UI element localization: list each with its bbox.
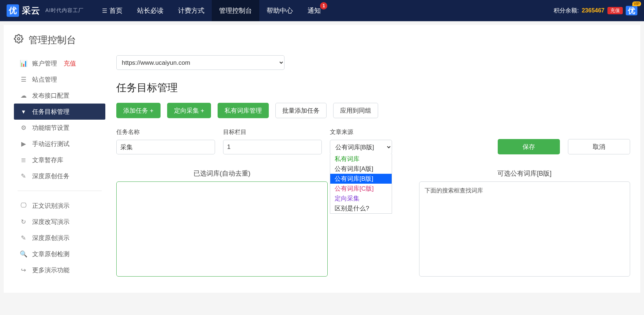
selected-lexicon-column: 已选词库(自动去重) bbox=[116, 169, 328, 277]
add-task-button[interactable]: 添加任务 + bbox=[116, 103, 161, 118]
sidebar-item[interactable]: ▾任务目标管理 bbox=[14, 104, 105, 120]
top-menu: 首页站长必读计费方式管理控制台帮助中心通知1 bbox=[95, 0, 328, 21]
sidebar-item[interactable]: ≣文章暂存库 bbox=[14, 152, 105, 168]
article-source-label: 文章来源 bbox=[330, 128, 392, 136]
available-lexicon-title: 可选公有词库[B版] bbox=[419, 169, 630, 178]
dropdown-option[interactable]: 公有词库[A版] bbox=[330, 164, 392, 174]
sidebar-item-label: 功能细节设置 bbox=[32, 124, 69, 132]
sidebar-item[interactable]: ⚙功能细节设置 bbox=[14, 120, 105, 136]
selected-lexicon-box[interactable] bbox=[116, 181, 328, 277]
sidebar-item[interactable]: 🔍文章原创检测 bbox=[14, 246, 105, 262]
section-title: 任务目标管理 bbox=[116, 81, 630, 95]
vip-icon: 优 bbox=[626, 6, 637, 15]
save-button[interactable]: 保存 bbox=[498, 139, 560, 154]
private-lexicon-button[interactable]: 私有词库管理 bbox=[218, 103, 269, 118]
page: 管理控制台 📊账户管理充值☰站点管理☁发布接口配置▾任务目标管理⚙功能细节设置▶… bbox=[4, 25, 640, 293]
top-menu-item[interactable]: 计费方式 bbox=[171, 0, 212, 21]
sidebar-item-label: 站点管理 bbox=[32, 75, 57, 84]
apply-group-button[interactable]: 应用到同组 bbox=[333, 103, 378, 118]
sidebar-item-label: 更多演示功能 bbox=[32, 266, 69, 274]
page-title: 管理控制台 bbox=[29, 34, 76, 46]
sidebar-item-label: 深度原创任务 bbox=[32, 172, 69, 180]
top-menu-item[interactable]: 管理控制台 bbox=[212, 0, 259, 21]
dropdown-option[interactable]: 公有词库[B版] bbox=[330, 174, 392, 184]
points-value: 2365467 bbox=[582, 7, 605, 14]
list-icon: ☰ bbox=[20, 76, 27, 83]
task-name-field: 任务名称 bbox=[116, 128, 215, 154]
sidebar-item[interactable]: ☰站点管理 bbox=[14, 71, 105, 87]
refresh-icon: ↻ bbox=[20, 218, 27, 226]
top-menu-item[interactable]: 站长必读 bbox=[130, 0, 171, 21]
directed-collect-button[interactable]: 定向采集 + bbox=[167, 103, 211, 118]
site-select-input[interactable]: https://www.ucaiyun.com bbox=[116, 55, 285, 70]
monitor-icon: 🖵 bbox=[20, 202, 27, 209]
sidebar-item-label: 任务目标管理 bbox=[32, 108, 69, 116]
sidebar-item[interactable]: ✎深度原创任务 bbox=[14, 168, 105, 184]
main-content: https://www.ucaiyun.com 任务目标管理 添加任务 + 定向… bbox=[116, 55, 630, 278]
action-button-row: 添加任务 + 定向采集 + 私有词库管理 批量添加任务 应用到同组 bbox=[116, 103, 630, 118]
selected-lexicon-title: 已选词库(自动去重) bbox=[116, 169, 328, 178]
top-menu-item[interactable]: 帮助中心 bbox=[259, 0, 300, 21]
dropdown-option[interactable]: 私有词库 bbox=[330, 154, 392, 164]
top-menu-item[interactable]: 通知1 bbox=[300, 0, 328, 21]
recharge-button[interactable]: 充值 bbox=[607, 7, 623, 14]
sidebar: 📊账户管理充值☰站点管理☁发布接口配置▾任务目标管理⚙功能细节设置▶手动运行测试… bbox=[14, 55, 105, 278]
available-lexicon-column: 可选公有词库[B版] 下面的搜索框查找词库 bbox=[419, 169, 630, 277]
sidebar-item-label: 深度改写演示 bbox=[32, 218, 69, 226]
sidebar-item[interactable]: ↪更多演示功能 bbox=[14, 262, 105, 278]
sidebar-item[interactable]: 🖵正文识别演示 bbox=[14, 198, 105, 214]
logo-badge-icon: 优 bbox=[7, 4, 19, 17]
cancel-button[interactable]: 取消 bbox=[568, 139, 630, 154]
share-icon: ↪ bbox=[20, 266, 27, 274]
cogs-icon: ⚙ bbox=[20, 124, 27, 132]
sidebar-item[interactable]: ✎深度原创演示 bbox=[14, 230, 105, 246]
filter-icon: ▾ bbox=[20, 108, 27, 116]
article-source-field: 文章来源 公有词库[B版] 私有词库公有词库[A版]公有词库[B版]公有词库[C… bbox=[330, 128, 392, 154]
dropdown-option[interactable]: 区别是什么? bbox=[330, 203, 392, 213]
sidebar-item[interactable]: ↻深度改写演示 bbox=[14, 214, 105, 230]
target-column-input[interactable] bbox=[223, 140, 322, 154]
sidebar-item-label: 账户管理 bbox=[32, 59, 57, 68]
task-name-label: 任务名称 bbox=[116, 128, 215, 136]
notification-badge: 1 bbox=[320, 2, 327, 10]
article-source-select[interactable]: 公有词库[B版] bbox=[330, 140, 392, 154]
sidebar-item-extra: 充值 bbox=[64, 59, 76, 68]
article-source-dropdown: 私有词库公有词库[A版]公有词库[B版]公有词库[C版]定向采集区别是什么? bbox=[330, 154, 392, 214]
edit-icon: ✎ bbox=[20, 234, 27, 242]
sidebar-item-label: 深度原创演示 bbox=[32, 234, 69, 242]
sidebar-item[interactable]: ☁发布接口配置 bbox=[14, 87, 105, 104]
available-lexicon-hint: 下面的搜索框查找词库 bbox=[425, 187, 483, 194]
sidebar-item[interactable]: 📊账户管理充值 bbox=[14, 55, 105, 71]
sidebar-separator bbox=[18, 191, 102, 191]
sidebar-item[interactable]: ▶手动运行测试 bbox=[14, 136, 105, 152]
sidebar-item-label: 文章原创检测 bbox=[32, 250, 69, 258]
stack-icon: ≣ bbox=[20, 156, 27, 164]
vip-badge[interactable]: 优 VIP bbox=[626, 6, 637, 16]
dropdown-option[interactable]: 定向采集 bbox=[330, 194, 392, 203]
task-name-input[interactable] bbox=[116, 140, 215, 154]
top-right: 积分余额: 2365467 充值 优 VIP bbox=[554, 6, 637, 16]
vip-tag: VIP bbox=[632, 1, 641, 6]
sidebar-item-label: 正文识别演示 bbox=[32, 202, 69, 210]
sidebar-item-label: 发布接口配置 bbox=[32, 91, 69, 100]
chart-bar-icon: 📊 bbox=[20, 60, 27, 67]
sidebar-item-label: 手动运行测试 bbox=[32, 140, 69, 148]
site-selector[interactable]: https://www.ucaiyun.com bbox=[116, 55, 285, 70]
form-buttons: 保存 取消 bbox=[400, 139, 630, 154]
play-icon: ▶ bbox=[20, 140, 27, 148]
edit-icon: ✎ bbox=[20, 172, 27, 180]
available-lexicon-box[interactable]: 下面的搜索框查找词库 bbox=[419, 181, 630, 277]
page-header: 管理控制台 bbox=[4, 25, 640, 55]
gear-icon bbox=[14, 34, 23, 46]
top-menu-item[interactable]: 首页 bbox=[95, 0, 130, 21]
points-label: 积分余额: bbox=[554, 7, 579, 15]
target-column-label: 目标栏目 bbox=[223, 128, 322, 136]
top-nav: 优 采云 AI时代内容工厂 首页站长必读计费方式管理控制台帮助中心通知1 积分余… bbox=[0, 0, 644, 21]
logo-text: 采云 bbox=[22, 5, 40, 16]
task-form: 任务名称 目标栏目 文章来源 公有词库[B版] 私有词库公有词库[A版]公有词库… bbox=[116, 128, 630, 154]
batch-add-button[interactable]: 批量添加任务 bbox=[275, 103, 327, 118]
search-icon: 🔍 bbox=[20, 250, 27, 258]
logo[interactable]: 优 采云 AI时代内容工厂 bbox=[7, 4, 84, 17]
dropdown-option[interactable]: 公有词库[C版] bbox=[330, 184, 392, 194]
target-column-field: 目标栏目 bbox=[223, 128, 322, 154]
